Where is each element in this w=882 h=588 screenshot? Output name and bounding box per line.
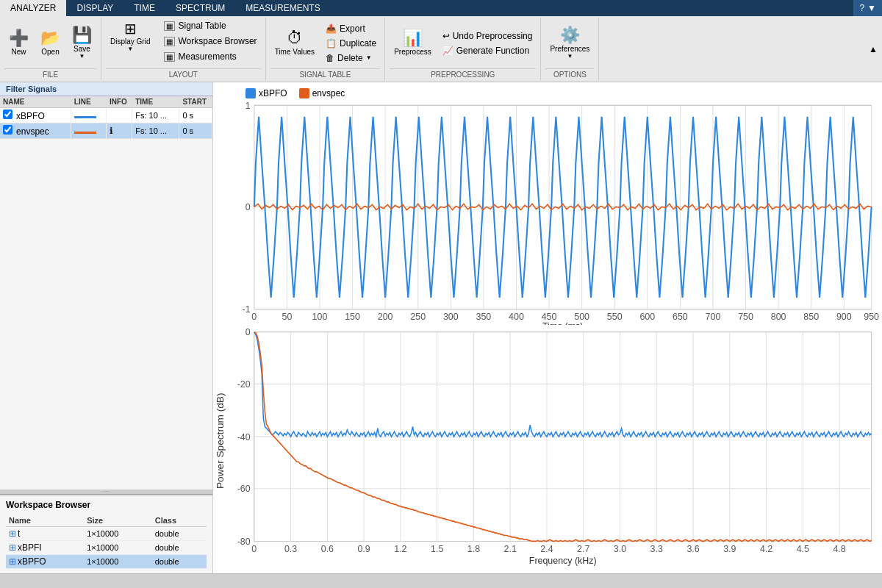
- tab-time[interactable]: TIME: [123, 0, 165, 16]
- delete-dropdown-icon: ▼: [366, 54, 372, 61]
- legend-color-xbpfo: [245, 88, 256, 98]
- workspace-browser-panel: Workspace Browser Name Size Class ⊞t 1×1…: [0, 494, 212, 573]
- power-spectrum-chart: 0 -20 -40 -60 -80 Power Spectrum (dB) 0 …: [216, 328, 879, 570]
- svg-text:750: 750: [738, 312, 753, 322]
- signal-checkbox[interactable]: [3, 125, 12, 135]
- svg-text:0.6: 0.6: [321, 542, 334, 554]
- table-row[interactable]: xBPFO Fs: 10 ... 0 s: [0, 108, 212, 123]
- display-grid-button[interactable]: ⊞ Display Grid ▼: [106, 19, 154, 54]
- svg-text:400: 400: [509, 312, 524, 322]
- time-domain-chart: 1 0 -1 0 50 100 150 200 250 300 350 400 …: [216, 101, 879, 325]
- chart-legend: xBPFO envspec: [245, 88, 879, 98]
- display-grid-dropdown-icon: ▼: [127, 46, 133, 52]
- preferences-dropdown-icon: ▼: [567, 53, 573, 60]
- spectrum-chart-svg: 0 -20 -40 -60 -80 Power Spectrum (dB) 0 …: [216, 328, 879, 570]
- open-icon: 📂: [40, 30, 60, 46]
- signal-name: envspec: [0, 123, 71, 139]
- list-item[interactable]: ⊞t 1×10000 double: [6, 527, 207, 541]
- col-time: TIME: [132, 96, 179, 108]
- signal-line: [74, 116, 96, 118]
- svg-text:-40: -40: [237, 431, 251, 442]
- svg-text:0: 0: [251, 312, 257, 322]
- time-values-icon: ⏱: [287, 30, 303, 46]
- workspace-table: Name Size Class ⊞t 1×10000 double ⊞xBPFI…: [6, 514, 207, 569]
- tab-display[interactable]: DISPLAY: [66, 0, 123, 16]
- delete-icon: 🗑: [326, 53, 334, 63]
- svg-text:550: 550: [607, 312, 623, 322]
- col-name: NAME: [0, 96, 71, 108]
- workspace-browser-button[interactable]: ▦ Workspace Browser: [160, 35, 260, 48]
- time-chart-svg: 1 0 -1 0 50 100 150 200 250 300 350 400 …: [216, 101, 879, 325]
- duplicate-button[interactable]: 📋 Duplicate: [322, 37, 380, 50]
- svg-text:850: 850: [803, 312, 819, 322]
- tab-analyzer[interactable]: ANALYZER: [0, 0, 66, 16]
- tab-measurements[interactable]: MEASUREMENTS: [235, 0, 330, 16]
- svg-text:900: 900: [836, 312, 852, 322]
- svg-text:1.5: 1.5: [431, 542, 443, 554]
- save-dropdown-icon: ▼: [79, 53, 85, 60]
- preferences-button[interactable]: ⚙️ Preferences ▼: [545, 25, 594, 62]
- svg-text:-1: -1: [243, 304, 251, 315]
- save-button[interactable]: 💾 Save ▼: [68, 25, 96, 62]
- list-item[interactable]: ⊞xBPFI 1×10000 double: [6, 541, 207, 555]
- svg-text:300: 300: [443, 312, 459, 322]
- signal-checkbox[interactable]: [3, 110, 12, 119]
- svg-text:0.3: 0.3: [284, 542, 297, 554]
- preprocess-button[interactable]: 📊 Preprocess: [390, 28, 436, 58]
- ribbon-group-options: ⚙️ Preferences ▼ OPTIONS: [541, 18, 599, 80]
- svg-text:2.1: 2.1: [504, 542, 517, 554]
- tab-spectrum[interactable]: SPECTRUM: [165, 0, 235, 16]
- left-panel-spacer: [0, 139, 212, 490]
- list-item[interactable]: ⊞xBPFO 1×10000 double: [6, 555, 207, 569]
- variable-icon: ⊞: [9, 528, 16, 539]
- measurements-icon: ▦: [164, 52, 175, 62]
- svg-text:150: 150: [345, 312, 360, 322]
- svg-text:2.7: 2.7: [577, 542, 589, 554]
- filter-signals-header: Filter Signals: [0, 82, 212, 96]
- delete-button[interactable]: 🗑 Delete ▼: [322, 51, 380, 65]
- signal-name: xBPFO: [0, 108, 71, 123]
- export-icon: 📤: [326, 24, 337, 34]
- workspace-browser-icon: ▦: [164, 37, 175, 46]
- save-icon: 💾: [72, 27, 92, 43]
- svg-text:-20: -20: [237, 378, 251, 390]
- svg-text:4.5: 4.5: [797, 542, 809, 554]
- table-row[interactable]: envspec ℹ Fs: 10 ... 0 s: [0, 123, 212, 139]
- measurements-button[interactable]: ▦ Measurements: [160, 50, 260, 63]
- signal-table-button[interactable]: ▦ Signal Table: [160, 19, 260, 32]
- svg-text:1.2: 1.2: [394, 542, 406, 554]
- open-button[interactable]: 📂 Open: [36, 28, 65, 58]
- svg-text:0: 0: [251, 542, 257, 554]
- svg-text:-80: -80: [237, 535, 251, 547]
- time-values-button[interactable]: ⏱ Time Values: [270, 28, 319, 58]
- svg-text:3.9: 3.9: [723, 542, 736, 554]
- ribbon: ➕ New 📂 Open 💾 Save ▼ FILE ⊞ Display Gri…: [0, 16, 882, 82]
- legend-xbpfo: xBPFO: [245, 88, 287, 98]
- col-info: INFO: [107, 96, 132, 108]
- svg-text:Power Spectrum (dB): Power Spectrum (dB): [216, 392, 226, 488]
- svg-text:50: 50: [282, 312, 293, 322]
- svg-text:600: 600: [639, 312, 655, 322]
- svg-text:0.9: 0.9: [358, 542, 370, 554]
- new-button[interactable]: ➕ New: [4, 28, 33, 58]
- generate-function-button[interactable]: 📈 Generate Function: [439, 44, 537, 57]
- undo-preprocessing-icon: ↩: [442, 31, 450, 41]
- help-button[interactable]: ? ▼: [853, 0, 882, 16]
- col-line: LINE: [71, 96, 106, 108]
- svg-text:4.2: 4.2: [760, 542, 772, 554]
- ribbon-collapse-button[interactable]: ▲: [864, 18, 882, 80]
- svg-text:700: 700: [706, 312, 721, 322]
- svg-text:100: 100: [312, 312, 328, 322]
- undo-preprocessing-button[interactable]: ↩ Undo Preprocessing: [439, 29, 537, 43]
- preprocess-icon: 📊: [403, 30, 423, 46]
- main-area: Filter Signals NAME LINE INFO TIME START…: [0, 82, 882, 573]
- svg-text:350: 350: [476, 312, 492, 322]
- left-panel: Filter Signals NAME LINE INFO TIME START…: [0, 82, 213, 573]
- info-icon: ℹ: [110, 126, 113, 136]
- signal-line: [74, 132, 96, 134]
- export-button[interactable]: 📤 Export: [322, 22, 380, 35]
- chevron-down-icon: ▼: [867, 3, 876, 13]
- ws-col-size: Size: [84, 514, 152, 527]
- variable-icon: ⊞: [9, 542, 16, 553]
- signal-table: NAME LINE INFO TIME START xBPFO Fs: 10 .…: [0, 96, 212, 139]
